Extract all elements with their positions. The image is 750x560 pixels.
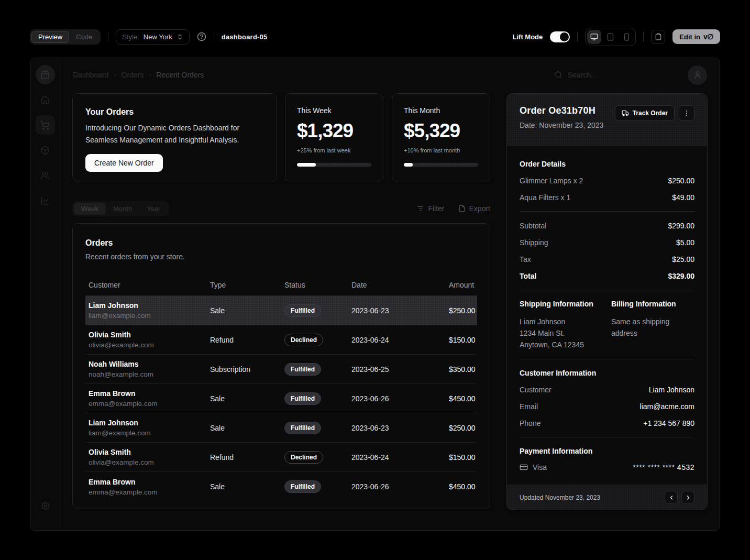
order-item: Glimmer Lamps x 2$250.00 — [520, 176, 694, 186]
progress-fill — [404, 163, 413, 167]
separator — [520, 437, 694, 437]
promo-description: Introducing Our Dynamic Orders Dashboard… — [85, 122, 258, 146]
order-date: 2023-06-23 — [351, 424, 449, 432]
order-type: Sale — [210, 394, 284, 403]
toolbar-divider — [643, 32, 644, 41]
search-input[interactable] — [568, 71, 662, 79]
truck-icon — [622, 109, 629, 117]
v0-logo: v∅ — [703, 32, 713, 41]
customer-email: liam@example.com — [89, 312, 151, 320]
col-amount: Amount — [449, 281, 474, 289]
desktop-view-button[interactable] — [587, 30, 601, 44]
lift-mode-label: Lift Mode — [513, 33, 543, 41]
table-row[interactable]: Liam Johnsonliam@example.com Sale Fulfil… — [85, 296, 477, 325]
period-tabs: Week Month Year — [72, 201, 169, 216]
edit-in-v0-button[interactable]: Edit in v∅ — [672, 29, 720, 44]
customer-email: emma@example.com — [89, 488, 158, 496]
export-button[interactable]: Export — [458, 204, 490, 213]
order-type: Sale — [210, 306, 284, 315]
filter-button[interactable]: Filter — [417, 204, 444, 213]
help-icon[interactable] — [197, 32, 206, 41]
email-row: Emailliam@acme.com — [520, 402, 694, 412]
item-price: $49.00 — [672, 193, 694, 203]
customer-email: olivia@example.com — [89, 341, 154, 349]
tab-year[interactable]: Year — [139, 203, 168, 215]
users-icon — [40, 171, 50, 180]
customer-name: Emma Brown — [89, 389, 135, 398]
breadcrumb-dashboard[interactable]: Dashboard — [73, 71, 109, 79]
shipping-address: Liam Johnson 1234 Main St. Anytown, CA 1… — [520, 316, 603, 350]
track-order-label: Track Order — [633, 109, 668, 117]
order-id-title: Order Oe31b70H — [520, 105, 603, 116]
store-logo[interactable] — [36, 65, 55, 84]
user-avatar[interactable] — [688, 65, 707, 85]
table-row[interactable]: Olivia Smitholivia@example.com Refund De… — [85, 325, 477, 355]
track-order-button[interactable]: Track Order — [615, 105, 675, 121]
lift-mode-toggle[interactable] — [550, 31, 570, 42]
previous-order-button[interactable] — [665, 491, 678, 504]
toolbar-divider — [108, 32, 108, 41]
table-row[interactable]: Emma Brownemma@example.com Sale Fulfille… — [85, 384, 477, 413]
order-date: 2023-06-24 — [351, 336, 449, 344]
order-amount: $150.00 — [449, 336, 476, 344]
next-order-button[interactable] — [681, 491, 694, 504]
sidebar-item-products[interactable] — [36, 140, 55, 160]
order-amount: $350.00 — [449, 365, 476, 374]
separator — [520, 211, 694, 212]
sidebar-item-home[interactable] — [36, 90, 55, 109]
updated-label: Updated November 23, 2023 — [520, 494, 600, 501]
customer-email: olivia@example.com — [89, 458, 154, 466]
line-chart-icon — [40, 196, 50, 205]
order-date: 2023-06-25 — [351, 365, 449, 374]
stat-label: This Month — [404, 106, 478, 115]
orders-subtitle: Recent orders from your store. — [85, 252, 477, 261]
tablet-view-button[interactable] — [603, 30, 617, 44]
order-panel-header: Order Oe31b70H Date: November 23, 2023 T… — [507, 94, 707, 146]
order-details-title: Order Details — [520, 160, 694, 168]
sidebar-item-analytics[interactable] — [36, 191, 55, 210]
item-price: $250.00 — [668, 176, 694, 186]
copy-clipboard-button[interactable] — [651, 30, 665, 44]
package2-icon — [40, 70, 50, 80]
user-icon — [693, 70, 702, 80]
billing-address: Same as shipping address — [611, 316, 694, 339]
stat-delta: +25% from last week — [297, 147, 371, 153]
preview-tab[interactable]: Preview — [31, 31, 69, 43]
sidebar-item-settings[interactable] — [36, 496, 55, 515]
style-select[interactable]: Style: New York — [116, 29, 189, 45]
tab-week[interactable]: Week — [74, 203, 106, 215]
order-detail-panel: Order Oe31b70H Date: November 23, 2023 T… — [506, 93, 708, 510]
table-header-row: Customer Type Status Date Amount — [85, 274, 477, 296]
col-date: Date — [351, 281, 449, 289]
stat-label: This Week — [297, 106, 371, 115]
more-options-button[interactable] — [679, 105, 694, 121]
settings-gear-icon — [41, 501, 50, 511]
sidebar-item-orders[interactable] — [36, 115, 55, 135]
preview-canvas: Dashboard › Orders › Recent Orders Your … — [30, 58, 720, 531]
breadcrumb-orders[interactable]: Orders — [122, 71, 144, 79]
customer-name: Liam Johnson — [89, 301, 138, 310]
code-tab[interactable]: Code — [69, 31, 99, 43]
create-new-order-button[interactable]: Create New Order — [85, 154, 163, 172]
order-date: 2023-06-26 — [351, 394, 449, 403]
credit-card-icon — [520, 463, 528, 471]
dashboard-header: Dashboard › Orders › Recent Orders — [60, 58, 720, 92]
chevron-right-icon — [685, 495, 691, 501]
sidebar-item-customers[interactable] — [36, 166, 55, 185]
breadcrumb-recent-orders: Recent Orders — [156, 71, 204, 79]
mobile-view-button[interactable] — [620, 30, 634, 44]
payment-method-row: Visa **** **** **** 4532 — [520, 463, 694, 471]
table-row[interactable]: Olivia Smitholivia@example.com Refund De… — [85, 443, 477, 472]
v0-preview-app: Preview Code Style: New York dashboard-0… — [0, 0, 750, 560]
search-box — [554, 71, 662, 79]
this-month-card: This Month $5,329 +10% from last month — [392, 93, 490, 182]
list-filter-icon — [417, 205, 424, 212]
table-row[interactable]: Liam Johnsonliam@example.com Sale Fulfil… — [85, 413, 477, 443]
tab-month[interactable]: Month — [106, 203, 139, 215]
order-amount: $250.00 — [449, 306, 476, 315]
order-date: 2023-06-23 — [351, 306, 449, 315]
order-date: 2023-06-24 — [351, 453, 449, 462]
tax-row: Tax$25.00 — [520, 255, 694, 265]
table-row[interactable]: Noah Williamsnoah@example.com Subscripti… — [85, 355, 477, 384]
table-row[interactable]: Emma Brownemma@example.com Sale Fulfille… — [85, 472, 477, 501]
